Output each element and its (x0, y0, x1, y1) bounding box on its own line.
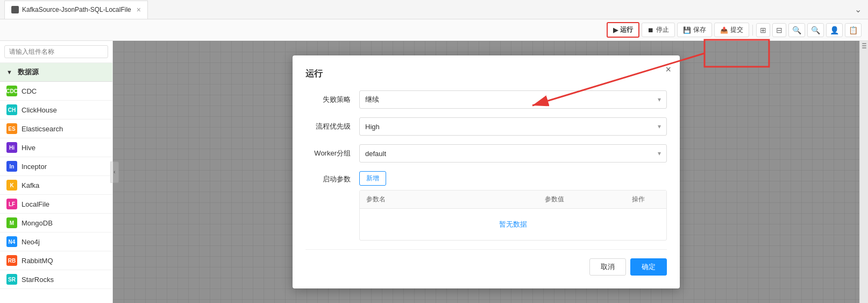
modal-close-button[interactable]: × (665, 64, 671, 75)
search-input[interactable] (4, 45, 108, 58)
params-empty-text: 暂无数据 (360, 209, 666, 240)
sidebar-item-label-starrocks: StarRocks (22, 276, 54, 284)
sidebar-item-label-neo4j: Neo4j (22, 238, 40, 246)
process-priority-value: High (365, 123, 380, 131)
stop-icon: ⏹ (648, 26, 654, 34)
save-icon: 💾 (683, 26, 691, 34)
sidebar-item-mongodb[interactable]: MMongoDB (0, 214, 112, 232)
sidebar-item-label-cdc: CDC (22, 87, 37, 95)
toolbar-icon-btn-3[interactable]: 🔍 (788, 23, 805, 37)
startup-params-label: 启动参数 (305, 171, 359, 184)
top-bar: KafkaSource-JsonPath-SQL-LocalFile × ⌄ (0, 0, 868, 19)
toolbar-separator (752, 25, 753, 36)
sidebar-item-elasticsearch[interactable]: ESElasticsearch (0, 119, 112, 138)
process-priority-select[interactable]: High ▾ (359, 117, 667, 136)
tab-close-icon[interactable]: × (137, 5, 141, 14)
sidebar-item-clickhouse[interactable]: CHClickHouse (0, 101, 112, 119)
sidebar-item-label-mongodb: MongoDB (22, 219, 53, 227)
col-value-header: 参数值 (492, 195, 617, 204)
process-priority-arrow-icon: ▾ (658, 123, 661, 130)
starrocks-icon: SR (6, 274, 17, 285)
worker-group-label: Worker分组 (305, 149, 359, 158)
worker-group-arrow-icon: ▾ (658, 150, 661, 157)
sidebar: ▼ 数据源 CDCCDCCHClickHouseESElasticsearchH… (0, 41, 113, 303)
sidebar-item-label-elasticsearch: Elasticsearch (22, 125, 63, 133)
sidebar-items-container: CDCCDCCHClickHouseESElasticsearchHiHiveI… (0, 82, 112, 289)
params-content: 新增 参数名 参数值 操作 暂无数据 (359, 171, 667, 241)
right-panel-dot-1 (862, 43, 866, 44)
canvas-area[interactable]: 运行 × 失败策略 继续 ▾ 流程优先级 High ▾ (113, 41, 859, 303)
top-bar-right: ⌄ (852, 2, 864, 17)
sidebar-item-rabbitmq[interactable]: RBRabbitMQ (0, 251, 112, 270)
sidebar-item-kafka[interactable]: KKafka (0, 176, 112, 195)
modal-dialog: 运行 × 失败策略 继续 ▾ 流程优先级 High ▾ (293, 55, 680, 288)
inceptor-icon: In (6, 161, 17, 172)
sidebar-item-localfile[interactable]: LFLocalFile (0, 195, 112, 214)
sidebar-item-label-hive: Hive (22, 144, 35, 152)
clickhouse-icon: CH (6, 104, 17, 115)
localfile-icon: LF (6, 199, 17, 209)
sidebar-item-starrocks[interactable]: SRStarRocks (0, 270, 112, 289)
workflow-icon (11, 6, 19, 13)
sidebar-item-label-kafka: Kafka (22, 181, 39, 189)
worker-group-value: default (365, 150, 386, 158)
expand-icon[interactable]: ⌄ (852, 2, 864, 17)
toolbar-icon-btn-4[interactable]: 🔍 (807, 23, 824, 37)
cdc-icon: CDC (6, 86, 17, 96)
failure-strategy-select[interactable]: 继续 ▾ (359, 90, 667, 109)
failure-strategy-arrow-icon: ▾ (658, 96, 661, 103)
sidebar-item-label-rabbitmq: RabbitMQ (22, 257, 53, 265)
toolbar-icon-btn-5[interactable]: 👤 (826, 23, 843, 37)
sidebar-section-header[interactable]: ▼ 数据源 (0, 63, 112, 82)
submit-icon: 📤 (720, 26, 728, 34)
process-priority-label: 流程优先级 (305, 122, 359, 131)
stop-label: 停止 (656, 25, 669, 34)
submit-button[interactable]: 📤 提交 (714, 23, 749, 37)
run-button[interactable]: ▶ 运行 (607, 22, 639, 38)
search-box (0, 41, 112, 63)
failure-strategy-label: 失败策略 (305, 95, 359, 104)
run-label: 运行 (620, 25, 633, 34)
add-param-button[interactable]: 新增 (359, 171, 386, 186)
sidebar-item-inceptor[interactable]: InInceptor (0, 157, 112, 176)
toolbar: ▶ 运行 ⏹ 停止 💾 保存 📤 提交 ⊞ ⊟ 🔍 🔍 👤 📋 (0, 19, 868, 41)
confirm-button[interactable]: 确定 (630, 258, 667, 276)
toolbar-icon-btn-2[interactable]: ⊟ (772, 23, 786, 37)
toolbar-icon-btn-6[interactable]: 📋 (845, 23, 862, 37)
params-table: 参数名 参数值 操作 暂无数据 (359, 190, 667, 241)
modal-title: 运行 (305, 68, 667, 80)
sidebar-item-label-inceptor: Inceptor (22, 163, 47, 171)
elasticsearch-icon: ES (6, 123, 17, 134)
run-icon: ▶ (613, 26, 618, 34)
tab-item[interactable]: KafkaSource-JsonPath-SQL-LocalFile × (4, 1, 148, 19)
col-action-header: 操作 (617, 195, 660, 204)
modal-overlay: 运行 × 失败策略 继续 ▾ 流程优先级 High ▾ (113, 41, 859, 303)
sidebar-item-label-clickhouse: ClickHouse (22, 106, 57, 114)
sidebar-item-hive[interactable]: HiHive (0, 138, 112, 157)
mongodb-icon: M (6, 217, 17, 228)
sidebar-item-label-localfile: LocalFile (22, 200, 49, 208)
save-label: 保存 (693, 25, 706, 34)
params-table-header: 参数名 参数值 操作 (360, 191, 666, 209)
form-row-failure-strategy: 失败策略 继续 ▾ (305, 90, 667, 109)
right-panel (859, 41, 868, 303)
worker-group-select[interactable]: default ▾ (359, 144, 667, 163)
sidebar-section-label: 数据源 (18, 67, 39, 77)
form-row-worker-group: Worker分组 default ▾ (305, 144, 667, 163)
sidebar-item-neo4j[interactable]: N4Neo4j (0, 232, 112, 251)
failure-strategy-value: 继续 (365, 95, 379, 104)
startup-params-row: 启动参数 新增 参数名 参数值 操作 暂无数据 (305, 171, 667, 241)
neo4j-icon: N4 (6, 236, 17, 247)
right-panel-dot-3 (862, 47, 866, 48)
collapse-arrow-icon: ▼ (6, 69, 12, 75)
stop-button[interactable]: ⏹ 停止 (642, 23, 675, 37)
sidebar-scroll: ▼ 数据源 CDCCDCCHClickHouseESElasticsearchH… (0, 63, 112, 303)
save-button[interactable]: 💾 保存 (677, 23, 712, 37)
main-layout: ▼ 数据源 CDCCDCCHClickHouseESElasticsearchH… (0, 41, 868, 303)
sidebar-item-cdc[interactable]: CDCCDC (0, 82, 112, 101)
right-panel-dot-2 (862, 45, 866, 46)
cancel-button[interactable]: 取消 (589, 258, 626, 276)
form-row-process-priority: 流程优先级 High ▾ (305, 117, 667, 136)
toolbar-icon-btn-1[interactable]: ⊞ (756, 23, 770, 37)
submit-label: 提交 (730, 25, 743, 34)
